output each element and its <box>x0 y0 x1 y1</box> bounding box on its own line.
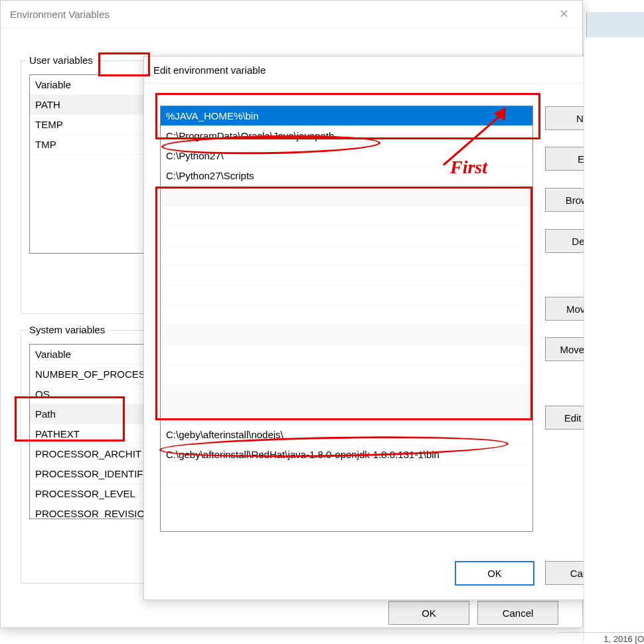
background-strip <box>586 12 644 37</box>
desktop-date-fragment: 1, 2016 [O <box>558 632 644 644</box>
path-entry-row[interactable] <box>161 206 532 226</box>
path-entry-row[interactable] <box>161 226 532 246</box>
edit-env-variable-window: Edit environment variable ✕ %JAVA_HOME%\… <box>143 56 639 600</box>
path-entry-row[interactable]: C:\ProgramData\Oracle\Java\javapath <box>161 126 532 146</box>
ok-button[interactable]: OK <box>455 561 534 586</box>
env-title: Environment Variables <box>10 9 110 20</box>
path-entry-row[interactable] <box>161 305 532 325</box>
path-entry-row[interactable] <box>161 385 532 405</box>
path-entry-row[interactable]: C:\geby\afterinstall\RedHat\java-1.8.0-o… <box>161 445 532 465</box>
path-entry-row[interactable] <box>161 186 532 206</box>
system-variables-label: System variables <box>27 324 108 335</box>
background-strip <box>584 37 644 643</box>
path-entry-row[interactable] <box>161 266 532 285</box>
path-entry-row[interactable]: C:\geby\afterinstall\nodejs\ <box>161 425 532 445</box>
path-entry-row[interactable] <box>161 365 532 385</box>
path-entry-row[interactable] <box>161 485 532 504</box>
cancel-button[interactable]: Cancel <box>477 601 558 625</box>
edit-title: Edit environment variable <box>153 64 266 76</box>
path-entry-row[interactable] <box>161 345 532 365</box>
ok-button[interactable]: OK <box>388 601 469 625</box>
user-variables-label: User variables <box>27 54 96 66</box>
path-entry-row[interactable] <box>161 465 532 485</box>
path-entry-row[interactable]: %JAVA_HOME%\bin <box>161 106 532 126</box>
path-entry-row[interactable]: C:\Python27\ <box>161 146 532 166</box>
path-entry-row[interactable] <box>161 405 532 425</box>
close-icon[interactable]: ✕ <box>554 5 573 23</box>
env-titlebar: Environment Variables ✕ <box>1 1 582 28</box>
path-entry-row[interactable] <box>161 285 532 305</box>
edit-titlebar: Edit environment variable ✕ <box>144 56 638 84</box>
path-entry-row[interactable]: C:\Python27\Scripts <box>161 166 532 186</box>
path-entries-list[interactable]: %JAVA_HOME%\bin C:\ProgramData\Oracle\Ja… <box>160 106 533 532</box>
path-entry-row[interactable] <box>161 246 532 266</box>
path-entry-row[interactable] <box>161 325 532 345</box>
